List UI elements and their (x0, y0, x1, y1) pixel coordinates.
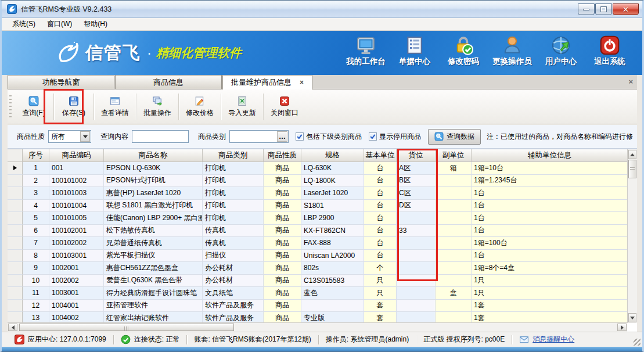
cell-product-category[interactable]: 打印机 (203, 187, 264, 200)
keyword-input[interactable] (132, 130, 189, 143)
cell-product-name[interactable]: 惠普(HP) LaserJet 1020 (104, 187, 203, 200)
cell-location[interactable] (397, 250, 436, 263)
banner-action-user-center[interactable]: 用户中心 (537, 35, 585, 67)
menu-item-system[interactable]: 系统(S) (6, 18, 41, 30)
cell-product-category[interactable]: 文具纸笔 (203, 287, 264, 300)
cell-product-nature[interactable]: 商品 (264, 275, 301, 288)
cell-base-unit[interactable]: 只 (364, 287, 397, 300)
tabstrip-close-icon[interactable]: × (628, 77, 633, 86)
cell-product-nature[interactable]: 商品 (264, 212, 301, 225)
cell-spec[interactable]: Uniscan LA2000 (301, 250, 364, 263)
cell-product-nature[interactable]: 商品 (264, 237, 301, 250)
cell-location[interactable]: D区 (397, 200, 436, 213)
tab-function-nav[interactable]: 功能导航窗 (8, 75, 114, 89)
cell-product-code[interactable]: 100102001 (49, 225, 104, 238)
cell-index[interactable]: 9 (23, 262, 49, 275)
row-selector-cell[interactable] (8, 200, 23, 213)
cell-product-code[interactable]: 100101005 (49, 212, 104, 225)
status-item-message-center[interactable]: 消息提醒中心 (512, 335, 581, 344)
edit-price-button[interactable]: 修改价格 (181, 92, 219, 122)
cell-product-code[interactable]: 001 (49, 162, 104, 175)
cell-product-name[interactable]: 得力经典防滑握手设计圆珠笔 (104, 287, 203, 300)
cell-product-category[interactable]: 传真机 (203, 237, 264, 250)
cell-base-unit[interactable]: 台 (364, 175, 397, 188)
cell-location[interactable] (397, 212, 436, 225)
banner-action-change-password[interactable]: 修改密码 (439, 35, 488, 67)
cell-product-nature[interactable]: 商品 (264, 162, 301, 175)
cell-location[interactable]: 33 (397, 225, 436, 238)
scroll-left-button[interactable] (8, 324, 17, 331)
cell-spec[interactable]: LaserJet 1020 (301, 187, 364, 200)
cell-index[interactable]: 11 (23, 287, 49, 300)
cell-spec[interactable]: 专业版 (301, 312, 364, 323)
cell-product-name[interactable]: 佳能(Canon) LBP 2900+ 黑白激光 (104, 212, 203, 225)
cell-base-unit[interactable]: 台 (364, 225, 397, 238)
cell-spec[interactable]: 802s (301, 262, 364, 275)
cell-sub-unit[interactable] (436, 212, 472, 225)
cell-index[interactable]: 3 (23, 187, 49, 200)
cell-aux-unit-info[interactable]: 1台 (472, 187, 628, 200)
status-item-text[interactable]: 消息提醒中心 (533, 335, 574, 344)
cell-sub-unit[interactable] (436, 300, 472, 313)
cell-spec[interactable]: LQ-1800K (301, 175, 364, 188)
cell-spec[interactable]: KX-FT862CN (301, 225, 364, 238)
cell-index[interactable]: 6 (23, 225, 49, 238)
cell-product-name[interactable]: 惠普CH561ZZ黑色墨盒 (104, 262, 203, 275)
cell-index[interactable]: 10 (23, 275, 49, 288)
cell-product-code[interactable]: 100102002 (49, 237, 104, 250)
scroll-down-button[interactable] (628, 313, 636, 322)
cell-product-name[interactable]: 紫光平板扫描仪 (104, 250, 203, 263)
cell-aux-unit-info[interactable]: 1箱=100台 (472, 237, 628, 250)
tab-product-info[interactable]: 商品信息 (115, 75, 222, 89)
cell-location[interactable]: C区 (397, 187, 436, 200)
restore-button[interactable] (595, 3, 612, 15)
cell-base-unit[interactable]: 套 (364, 300, 397, 313)
column-header-product-name[interactable]: 商品名称 (104, 149, 203, 161)
column-header-product-category[interactable]: 商品类别 (203, 149, 264, 161)
banner-action-switch-operator[interactable]: 更换操作员 (488, 35, 537, 67)
cell-product-category[interactable]: 软件产品及服务 (203, 312, 264, 323)
cell-index[interactable]: 1 (23, 162, 49, 175)
cell-index[interactable]: 7 (23, 237, 49, 250)
cell-product-name[interactable]: EPSON针式打印机 (104, 175, 203, 188)
cell-spec[interactable]: LQ-630K (301, 162, 364, 175)
cell-location[interactable]: B区 (397, 175, 436, 188)
cell-spec[interactable]: 蓝色 (301, 287, 364, 300)
column-header-location[interactable]: 货位 (397, 149, 436, 161)
vertical-scrollbar[interactable] (627, 149, 637, 323)
product-nature-select[interactable]: 所有 (48, 130, 91, 143)
cell-sub-unit[interactable]: 盒 (436, 287, 472, 300)
cell-spec[interactable]: FAX-888 (301, 237, 364, 250)
row-selector-cell[interactable] (8, 237, 23, 250)
row-selector-cell[interactable] (8, 250, 23, 263)
cell-location[interactable] (397, 262, 436, 275)
cell-product-code[interactable]: 1003001 (49, 287, 104, 300)
cell-location[interactable] (397, 275, 436, 288)
cell-base-unit[interactable]: 套 (364, 312, 397, 323)
cell-product-category[interactable]: 软件产品及服务 (203, 300, 264, 313)
row-selector-cell[interactable] (8, 175, 23, 188)
checkbox-show-disabled-products[interactable]: 显示停用商品 (369, 132, 421, 142)
cell-base-unit[interactable]: 只 (364, 275, 397, 288)
cell-product-nature[interactable]: 商品 (264, 225, 301, 238)
cell-sub-unit[interactable] (436, 175, 472, 188)
cell-sub-unit[interactable] (436, 250, 472, 263)
category-picker-button[interactable]: … (277, 131, 287, 142)
row-selector-cell[interactable] (8, 287, 23, 300)
cell-product-name[interactable]: 兄弟普通纸传真机 (104, 237, 203, 250)
cell-index[interactable]: 12 (23, 300, 49, 313)
cell-product-nature[interactable]: 商品 (264, 312, 301, 323)
scroll-up-button[interactable] (628, 150, 636, 159)
row-selector-cell[interactable] (8, 312, 23, 323)
cell-product-name[interactable]: 松下热敏传真机 (104, 225, 203, 238)
cell-index[interactable]: 2 (23, 175, 49, 188)
cell-location[interactable] (397, 300, 436, 313)
tab-batch-maintain-product-info[interactable]: 批量维护商品信息× (222, 75, 312, 89)
close-button[interactable]: ✕ (613, 3, 639, 15)
cell-product-nature[interactable]: 商品 (264, 187, 301, 200)
column-header-aux-unit-info[interactable]: 辅助单位信息 (472, 149, 628, 161)
cell-spec[interactable]: C13S015583 (301, 275, 364, 288)
cell-product-name[interactable]: 亚拓管理软件 (104, 300, 203, 313)
column-header-product-code[interactable]: 商品编码 (49, 149, 104, 161)
row-selector-cell[interactable] (8, 162, 23, 175)
